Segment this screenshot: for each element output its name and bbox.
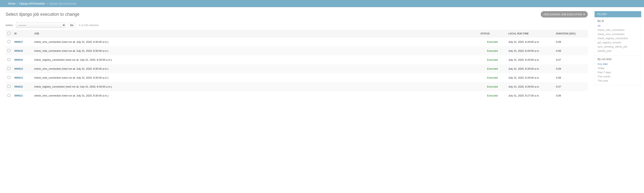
row-runtime: July 31, 2020, 8:27:00 a.m. <box>506 91 554 100</box>
filter-link[interactable]: check_mds_connection <box>598 29 624 32</box>
row-id-link[interactable]: 899624 <box>14 67 23 70</box>
row-id-link[interactable]: 899621 <box>14 94 23 97</box>
row-runtime: July 31, 2020, 8:29:00 a.m. <box>506 46 554 55</box>
filter-heading: FILTER <box>594 11 641 17</box>
row-job: check_registry_connection (next run at: … <box>32 82 478 91</box>
add-django-job-execution-button[interactable]: ADD DJANGO JOB EXECUTION + <box>541 11 588 18</box>
row-job: check_oms_connection (next run at: July … <box>32 91 478 100</box>
row-checkbox[interactable] <box>8 49 10 52</box>
filter-link[interactable]: get_registry_records <box>598 41 621 44</box>
row-status: Executed <box>487 49 498 52</box>
page-title: Select django job execution to change <box>6 12 80 17</box>
filter-item: get_registry_records <box>598 40 638 45</box>
breadcrumb: Home › Django APScheduler › Django job e… <box>0 0 644 7</box>
row-job: check_oms_connection (next run at: July … <box>32 64 478 73</box>
filter-item: This year <box>598 79 638 83</box>
row-duration: 0.08 <box>554 73 588 82</box>
filter-link[interactable]: check_oms_connection <box>598 33 624 36</box>
filter-by-runtime-title: By run time <box>598 58 638 61</box>
row-status: Executed <box>487 58 498 61</box>
row-checkbox[interactable] <box>8 67 10 70</box>
row-id-link[interactable]: 899625 <box>14 58 23 61</box>
row-runtime: July 31, 2020, 8:29:00 a.m. <box>506 55 554 64</box>
filter-item: check_oms_connection <box>598 32 638 36</box>
filter-item: check_mds_connection <box>598 28 638 32</box>
col-header-duration[interactable]: DURATION (SEC) <box>554 30 588 37</box>
row-runtime: July 31, 2020, 8:29:00 a.m. <box>506 37 554 47</box>
filter-link[interactable]: Past 7 days <box>598 71 611 74</box>
filter-item: weekly_jobs <box>598 49 638 53</box>
actions-bar: Action: --------- Go 0 of 100 selected <box>6 22 588 29</box>
row-status: Executed <box>487 67 498 70</box>
row-checkbox[interactable] <box>8 58 10 61</box>
breadcrumb-separator: › <box>16 2 19 5</box>
row-duration: 0.07 <box>554 55 588 64</box>
row-runtime: July 31, 2020, 8:28:00 a.m. <box>506 73 554 82</box>
row-id-link[interactable]: 899623 <box>14 76 23 79</box>
row-job: check_oms_connection (next run at: July … <box>32 37 478 47</box>
table-row: 899626check_mds_connection (next run at:… <box>6 46 588 55</box>
select-all-checkbox[interactable] <box>8 32 10 35</box>
row-duration: 0.08 <box>554 91 588 100</box>
row-checkbox[interactable] <box>8 94 10 97</box>
filter-item: check_registry_connection <box>598 36 638 40</box>
row-duration: 0.07 <box>554 82 588 91</box>
row-duration: 0.08 <box>554 46 588 55</box>
action-label: Action: <box>6 24 14 27</box>
row-status: Executed <box>487 94 498 97</box>
action-select[interactable]: --------- <box>16 22 66 28</box>
row-duration: 0.09 <box>554 37 588 47</box>
filter-link[interactable]: Any date <box>598 63 608 66</box>
row-job: check_registry_connection (next run at: … <box>32 55 478 64</box>
table-row: 899627check_oms_connection (next run at:… <box>6 37 588 47</box>
row-runtime: July 31, 2020, 8:28:00 a.m. <box>506 64 554 73</box>
col-header-status[interactable]: STATUS <box>478 30 506 37</box>
filter-link[interactable]: Today <box>598 67 604 70</box>
filter-item: Today <box>598 66 638 70</box>
filter-link[interactable]: This month <box>598 75 610 78</box>
filter-link[interactable]: weekly_jobs <box>598 49 612 52</box>
row-id-link[interactable]: 899626 <box>14 49 23 52</box>
row-checkbox[interactable] <box>8 76 10 79</box>
breadcrumb-current: Django job executions <box>49 2 76 5</box>
row-status: Executed <box>487 85 498 88</box>
filter-item: All <box>598 24 638 28</box>
filter-sidebar: FILTER By id Allcheck_mds_connectionchec… <box>594 11 641 100</box>
row-runtime: July 31, 2020, 8:28:00 a.m. <box>506 82 554 91</box>
breadcrumb-home[interactable]: Home <box>8 2 15 5</box>
filter-link[interactable]: This year <box>598 79 608 82</box>
filter-item: sync_pending_clients_job <box>598 45 638 49</box>
row-duration: 0.09 <box>554 64 588 73</box>
breadcrumb-app[interactable]: Django APScheduler <box>20 2 45 5</box>
row-status: Executed <box>487 76 498 79</box>
filter-item: Any date <box>598 62 638 66</box>
col-header-job[interactable]: JOB <box>32 30 478 37</box>
filter-link[interactable]: check_registry_connection <box>598 37 628 40</box>
row-job: check_mds_connection (next run at: July … <box>32 46 478 55</box>
row-status: Executed <box>487 40 498 43</box>
row-id-link[interactable]: 899627 <box>14 40 23 43</box>
table-row: 899623check_mds_connection (next run at:… <box>6 73 588 82</box>
filter-item: This month <box>598 74 638 79</box>
selection-counter: 0 of 100 selected <box>79 24 98 27</box>
filter-by-id-title: By id <box>598 19 638 23</box>
table-row: 899625check_registry_connection (next ru… <box>6 55 588 64</box>
table-row: 899624check_oms_connection (next run at:… <box>6 64 588 73</box>
filter-item: Past 7 days <box>598 70 638 74</box>
plus-icon: + <box>583 13 585 16</box>
breadcrumb-separator: › <box>46 2 48 5</box>
row-id-link[interactable]: 899622 <box>14 85 23 88</box>
job-executions-table: ID JOB STATUS LOCAL RUN TIME DURATION (S… <box>6 30 588 100</box>
col-header-id[interactable]: ID <box>12 30 32 37</box>
col-header-runtime[interactable]: LOCAL RUN TIME <box>506 30 554 37</box>
filter-link[interactable]: All <box>598 24 600 27</box>
table-row: 899621check_oms_connection (next run at:… <box>6 91 588 100</box>
table-row: 899622check_registry_connection (next ru… <box>6 82 588 91</box>
add-button-label: ADD DJANGO JOB EXECUTION <box>544 13 582 16</box>
row-job: check_mds_connection (next run at: July … <box>32 73 478 82</box>
row-checkbox[interactable] <box>8 40 10 43</box>
filter-link[interactable]: sync_pending_clients_job <box>598 45 627 48</box>
row-checkbox[interactable] <box>8 85 10 88</box>
go-button[interactable]: Go <box>68 23 76 28</box>
